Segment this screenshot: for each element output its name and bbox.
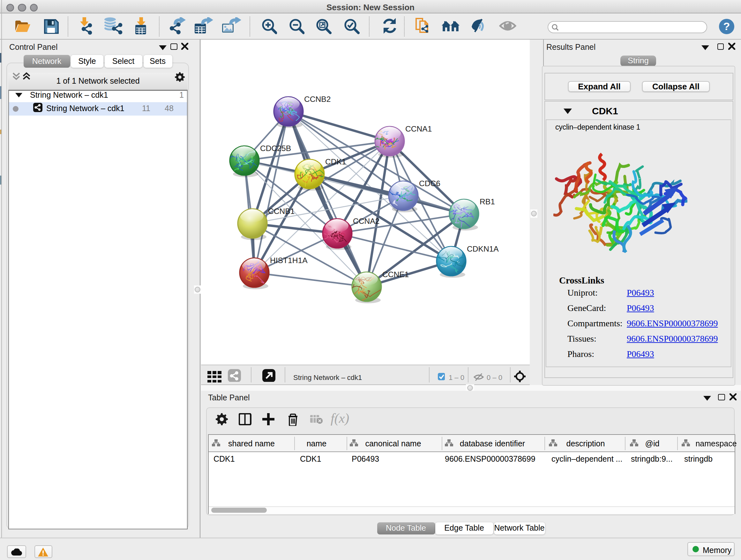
svg-text:CCNA1: CCNA1 [405,125,432,133]
svg-text:CDC6: CDC6 [419,179,441,188]
svg-text:RB1: RB1 [480,197,495,206]
svg-text:CCNB1: CCNB1 [268,207,294,215]
svg-text:CCNA2: CCNA2 [353,217,380,226]
svg-text:CCNE1: CCNE1 [382,270,409,279]
svg-text:CCNB2: CCNB2 [304,95,331,104]
svg-text:CDC25B: CDC25B [260,144,291,152]
svg-text:HIST1H1A: HIST1H1A [270,256,308,265]
svg-text:?: ? [724,20,730,32]
svg-text:CDKN1A: CDKN1A [467,245,499,253]
svg-text:CDK1: CDK1 [325,158,346,166]
